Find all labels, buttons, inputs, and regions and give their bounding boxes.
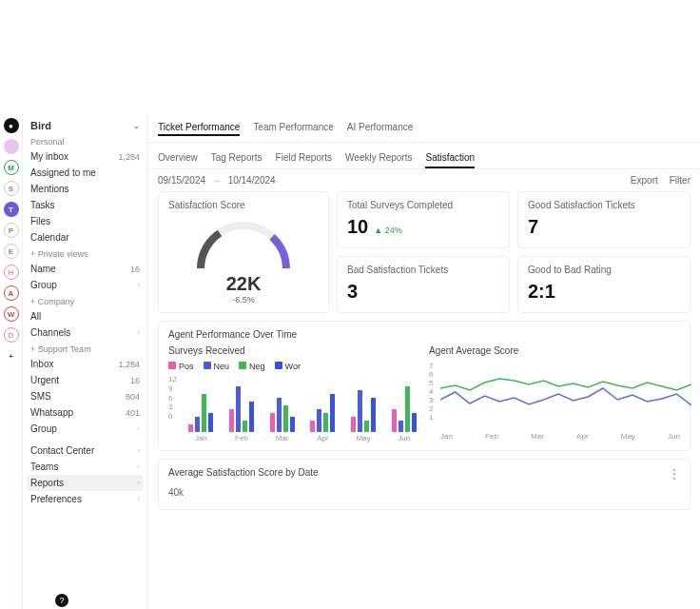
bar <box>277 398 282 432</box>
bar <box>330 394 335 432</box>
bar-group <box>185 394 217 432</box>
nav-label: Preferences <box>30 494 82 504</box>
sidebar-personal-3[interactable]: Tasks <box>27 197 144 213</box>
m-icon[interactable]: M <box>4 160 19 175</box>
nav-label: My inbox <box>30 151 68 162</box>
sidebar-team-0[interactable]: Inbox1,284 <box>27 356 144 372</box>
bar <box>229 409 234 432</box>
export-button[interactable]: Export <box>631 175 658 186</box>
line-chart: 7654321 <box>429 362 680 430</box>
bar <box>405 386 410 432</box>
legend-item: Neu <box>204 362 230 371</box>
bar <box>371 398 376 432</box>
bar <box>364 421 369 432</box>
tab-sub-0[interactable]: Overview <box>158 148 198 168</box>
tab-sub-1[interactable]: Tag Reports <box>211 148 262 168</box>
kpi-card-0: Total Surveys Completed10▲ 24% <box>337 191 510 248</box>
d-icon[interactable]: D <box>4 327 19 343</box>
nav-label: All <box>30 311 41 322</box>
sidebar-personal-1[interactable]: Assigned to me <box>27 165 144 181</box>
sidebar-company-1[interactable]: Channels› <box>27 324 144 341</box>
bar <box>236 386 241 432</box>
kpi-value: 7 <box>528 216 538 237</box>
tab-top-0[interactable]: Ticket Performance <box>158 120 240 136</box>
tab-sub-2[interactable]: Field Reports <box>276 148 332 168</box>
sidebar-private-1[interactable]: Group› <box>27 277 144 293</box>
date-from: 09/15/2024 <box>158 175 205 186</box>
nav-label: Urgent <box>30 375 59 385</box>
add-icon[interactable]: + <box>4 348 19 363</box>
nav-count: 1,284 <box>118 360 140 369</box>
sidebar-personal-0[interactable]: My inbox1,284 <box>27 148 144 165</box>
sidebar-bottom-0[interactable]: Contact Center› <box>27 442 144 459</box>
nav-label: Mentions <box>30 184 69 194</box>
sidebar-team-2[interactable]: SMS804 <box>27 388 144 404</box>
filter-button[interactable]: Filter <box>670 175 690 186</box>
chevron-right-icon: › <box>137 328 140 337</box>
nav-label: Group <box>30 280 57 290</box>
sidebar-bottom-2[interactable]: Reports› <box>27 475 144 491</box>
bar-chart-panel: Surveys Received PosNeuNegWor 129630 Jan… <box>168 345 419 442</box>
section-private[interactable]: + Private views <box>27 246 144 261</box>
kpi-title: Good Satisfaction Tickets <box>528 200 680 210</box>
workspace-name: Bird <box>30 120 51 131</box>
help-icon[interactable]: ? <box>55 594 68 607</box>
sidebar-personal-2[interactable]: Mentions <box>27 181 144 197</box>
bar-group <box>266 398 298 432</box>
kpi-value-row: 10▲ 24% <box>347 216 499 238</box>
bar <box>412 413 417 432</box>
nav-label: Tasks <box>30 200 55 210</box>
sidebar-team-1[interactable]: Urgent16 <box>27 372 144 388</box>
tab-sub-3[interactable]: Weekly Reports <box>345 148 412 168</box>
kpi-delta: ▲ 24% <box>374 226 401 235</box>
date-range[interactable]: 09/15/2024 → 10/14/2024 <box>158 175 276 186</box>
bar <box>195 417 200 432</box>
nav-label: Files <box>30 216 50 226</box>
avatar[interactable] <box>4 139 19 154</box>
kpi-title: Total Surveys Completed <box>347 200 499 210</box>
sidebar-private-0[interactable]: Name16 <box>27 261 144 277</box>
p-icon[interactable]: P <box>4 223 19 238</box>
tab-top-2[interactable]: AI Performance <box>347 120 413 136</box>
s-icon[interactable]: S <box>4 181 19 196</box>
tab-top-1[interactable]: Team Performance <box>253 120 333 136</box>
nav-count: 16 <box>130 376 140 385</box>
avg-title: Average Satisfaction Score by Date <box>168 467 680 478</box>
nav-label: Contact Center <box>30 445 94 456</box>
bar <box>392 409 397 432</box>
kpi-card-2: Bad Satisfaction Tickets3 <box>337 256 510 313</box>
sidebar-bottom-1[interactable]: Teams› <box>27 459 144 475</box>
sidebar-personal-4[interactable]: Files <box>27 213 144 229</box>
sidebar-bottom-3[interactable]: Preferences› <box>27 491 144 507</box>
sidebar-team-4[interactable]: Group› <box>27 421 144 437</box>
nav-count: 804 <box>126 392 140 402</box>
bar-group <box>307 394 339 432</box>
h-icon[interactable]: H <box>4 265 19 280</box>
section-company[interactable]: + Company <box>27 293 144 308</box>
logo[interactable]: ● <box>4 118 19 133</box>
line-series <box>440 388 691 405</box>
section-team[interactable]: + Support Team <box>27 341 144 356</box>
sidebar-team-3[interactable]: Whatsapp401 <box>27 404 144 421</box>
bar-group <box>348 390 379 432</box>
gauge-title: Satisfaction Score <box>168 200 245 210</box>
nav-label: Assigned to me <box>30 167 96 178</box>
chevron-right-icon: › <box>137 281 140 289</box>
kpi-title: Bad Satisfaction Tickets <box>347 265 499 275</box>
tab-sub-4[interactable]: Satisfaction <box>425 148 475 168</box>
more-icon[interactable]: ⋮ <box>669 467 680 481</box>
nav-count: 16 <box>130 265 140 274</box>
main-content: Ticket PerformanceTeam PerformanceAI Per… <box>148 114 700 609</box>
a-icon[interactable]: A <box>4 285 19 301</box>
date-sep: → <box>212 175 222 186</box>
w-icon[interactable]: W <box>4 306 19 322</box>
e-icon[interactable]: E <box>4 244 19 259</box>
sidebar-company-0[interactable]: All <box>27 308 144 324</box>
bar <box>317 409 321 432</box>
t-icon[interactable]: T <box>4 202 19 217</box>
sidebar-personal-5[interactable]: Calendar <box>27 229 144 246</box>
workspace-switcher[interactable]: Bird ⌄ <box>27 118 144 133</box>
legend-swatch <box>239 362 246 369</box>
gauge-value: 22K <box>226 273 262 295</box>
kpi-value: 10 <box>347 216 368 237</box>
